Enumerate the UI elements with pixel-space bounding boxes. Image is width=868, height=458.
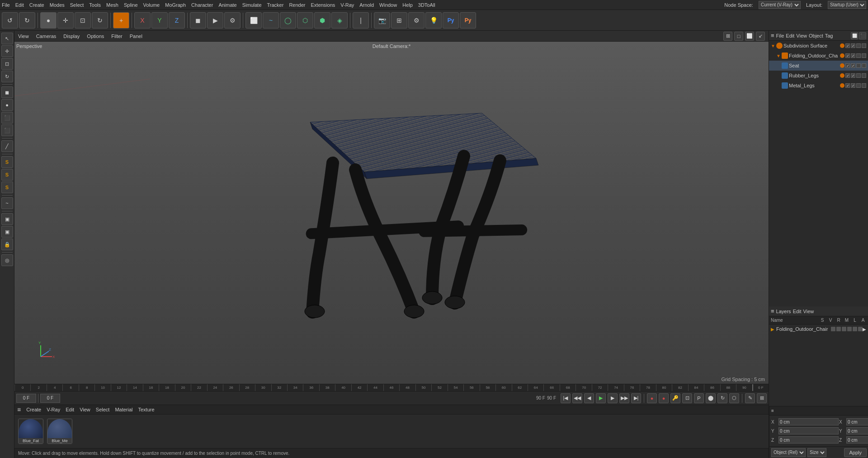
mat-select[interactable]: Select <box>96 407 110 412</box>
zaxis-btn[interactable]: Z <box>169 12 185 29</box>
vp-filter-menu[interactable]: Filter <box>111 33 122 39</box>
mat-material[interactable]: Material <box>115 407 132 412</box>
rotate-btn[interactable]: ↻ <box>92 12 108 29</box>
obj-view[interactable]: View <box>796 33 807 38</box>
undo-btn[interactable]: ↺ <box>2 12 18 29</box>
obj-render4[interactable] <box>862 73 866 78</box>
obj-metal-legs[interactable]: Metal_Legs ✓ ✓ <box>769 81 868 91</box>
obj-subdivision-surface[interactable]: ▼ Subdivision Surface ✓ ✓ <box>769 41 868 51</box>
field-btn[interactable]: ⬢ <box>314 12 330 29</box>
coord-z-input[interactable] <box>778 436 839 444</box>
key-param-btn[interactable]: ⬡ <box>729 393 739 403</box>
menu-volume[interactable]: Volume <box>143 2 160 8</box>
curve-tool[interactable]: ~ <box>1 197 13 209</box>
move-btn[interactable]: ✛ <box>57 12 74 29</box>
layer-dot[interactable] <box>853 327 857 331</box>
obj-vis[interactable]: ✓ <box>851 43 855 48</box>
layer-dot[interactable] <box>842 327 846 331</box>
vp-view-menu[interactable]: View <box>18 33 29 39</box>
auto-key-btn[interactable]: ● <box>659 393 669 403</box>
obj-tag[interactable]: Tag <box>825 33 833 38</box>
coord-x2-input[interactable] <box>846 418 868 425</box>
obj-dot4[interactable] <box>840 73 844 78</box>
layers-edit[interactable]: Edit <box>793 309 802 314</box>
layer-dot[interactable] <box>836 327 841 331</box>
menu-help[interactable]: Help <box>402 2 413 8</box>
obj-lock4[interactable] <box>856 73 861 78</box>
obj-vis3[interactable]: ✓ <box>851 63 855 68</box>
key-sel-btn[interactable]: ⊡ <box>682 393 692 403</box>
obj-sq3[interactable]: ✓ <box>845 63 850 68</box>
material-swatch-1[interactable]: Blue_Me <box>47 419 72 444</box>
goto-start-btn[interactable]: |◀ <box>561 393 571 403</box>
layer-play[interactable]: ▶ <box>863 327 866 332</box>
key-pos-btn[interactable]: P <box>694 393 704 403</box>
yaxis-btn[interactable]: Y <box>151 12 168 29</box>
vp-cameras-menu[interactable]: Cameras <box>36 33 57 39</box>
mat-vray[interactable]: V-Ray <box>47 407 60 412</box>
material-swatch-0[interactable]: Blue_Fat <box>18 419 43 444</box>
paint-mode[interactable]: ⬛ <box>1 124 13 136</box>
uv-mode[interactable]: ⬛ <box>1 112 13 124</box>
layers-view[interactable]: View <box>803 309 814 314</box>
obj-file[interactable]: File <box>776 33 784 38</box>
line-tool[interactable]: ╱ <box>1 140 13 152</box>
prev-key-btn[interactable]: ◀ <box>584 393 594 403</box>
ruler-end-input[interactable]: 0 F <box>752 384 769 391</box>
sds-btn2[interactable]: S <box>1 169 13 181</box>
object-mode[interactable]: ● <box>1 99 13 111</box>
scale-tool[interactable]: ⊡ <box>1 58 13 70</box>
layer-dot[interactable] <box>847 327 852 331</box>
cfg-btn[interactable]: ⚙ <box>408 12 425 29</box>
obj-render2[interactable] <box>862 53 866 58</box>
xaxis-btn[interactable]: X <box>134 12 151 29</box>
menu-simulate[interactable]: Simulate <box>242 2 262 8</box>
apply-button[interactable]: Apply <box>844 448 867 457</box>
cam-btn[interactable]: 📷 <box>374 12 390 29</box>
vp-icon1[interactable]: ⊞ <box>723 32 732 41</box>
obj-sq[interactable]: ✓ <box>845 43 850 48</box>
add-btn[interactable]: + <box>113 12 129 29</box>
layer-btn3[interactable]: 🔒 <box>1 239 13 250</box>
menu-file[interactable]: File <box>2 2 10 8</box>
key-all-btn[interactable]: 🔑 <box>670 393 680 403</box>
menu-spline[interactable]: Spline <box>124 2 138 8</box>
menu-character[interactable]: Character <box>191 2 213 8</box>
layer-btn2[interactable]: ▣ <box>1 226 13 238</box>
mat-texture[interactable]: Texture <box>138 407 155 412</box>
layer-btn1[interactable]: ▣ <box>1 213 13 225</box>
redo-btn[interactable]: ↻ <box>19 12 35 29</box>
coord-z2-input[interactable] <box>846 436 868 444</box>
obj-vis5[interactable]: ✓ <box>851 83 855 88</box>
misc-btn[interactable]: ◎ <box>1 254 13 266</box>
obj-lock3[interactable] <box>856 63 861 68</box>
py2-btn[interactable]: Py <box>460 12 476 29</box>
layer-item-0[interactable]: ▶ Folding_Outdoor_Chair ▶ <box>769 324 868 334</box>
viewport-canvas[interactable]: Perspective Default Camera:* <box>14 42 769 384</box>
menu-tracker[interactable]: Tracker <box>267 2 284 8</box>
snap-btn[interactable]: | <box>353 12 369 29</box>
obj-seat[interactable]: Seat ✓ ✓ <box>769 61 868 71</box>
vp-panel-menu[interactable]: Panel <box>130 33 142 39</box>
obj-dot3[interactable] <box>840 63 844 68</box>
obj-edit[interactable]: Edit <box>786 33 794 38</box>
spline-btn[interactable]: ~ <box>263 12 279 29</box>
menu-vray[interactable]: V-Ray <box>340 2 354 8</box>
vp-display-menu[interactable]: Display <box>63 33 80 39</box>
py-btn[interactable]: Py <box>443 12 459 29</box>
coord-x-input[interactable] <box>778 418 839 425</box>
obj-sq5[interactable]: ✓ <box>845 83 850 88</box>
obj-lock5[interactable] <box>856 83 861 88</box>
node-space-select[interactable]: Current (V-Ray) <box>759 1 801 9</box>
next-key-btn[interactable]: ▶ <box>608 393 618 403</box>
play-btn[interactable]: ▶ <box>207 12 223 29</box>
obj-icon1[interactable]: ⬜ <box>851 32 858 39</box>
mat-menu-icon[interactable]: ≡ <box>17 406 21 413</box>
obj-dot2[interactable] <box>840 53 844 58</box>
menu-select[interactable]: Select <box>70 2 84 8</box>
select-tool[interactable]: ↖ <box>1 33 13 44</box>
menu-3dtoall[interactable]: 3DToAll <box>418 2 435 8</box>
menu-arnold[interactable]: Arnold <box>359 2 374 8</box>
obj-dot[interactable] <box>840 43 844 48</box>
vp-icon2[interactable]: □ <box>734 32 743 41</box>
